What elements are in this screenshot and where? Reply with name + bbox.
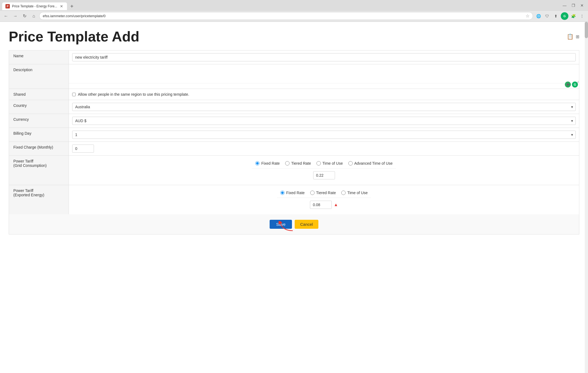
export-tiered-rate-radio[interactable] — [310, 191, 315, 195]
bookmark-icon[interactable]: ☆ — [526, 13, 529, 19]
translate-icon[interactable]: 🌐 — [535, 12, 542, 20]
tab-favicon: P — [5, 4, 10, 8]
country-row: Country Australia United States United K… — [9, 100, 579, 114]
grid-atou-text: Advanced Time of Use — [354, 161, 393, 166]
description-row: Description ➕ G — [9, 64, 579, 89]
currency-select[interactable]: AUD $ USD $ GBP £ EUR € — [72, 117, 576, 125]
grid-radio-group: Fixed Rate Tiered Rate Time of Use Advan… — [255, 161, 392, 166]
desc-action-plus[interactable]: ➕ — [565, 82, 571, 88]
billing-day-label: Billing Day — [9, 128, 69, 142]
grid-atou-label[interactable]: Advanced Time of Use — [348, 161, 393, 166]
grid-tariff-label: Power Tariff (Grid Consumption) — [9, 156, 69, 185]
billing-day-row: Billing Day 1 2 3 15 — [9, 128, 579, 142]
refresh-button[interactable]: ↻ — [21, 12, 28, 20]
close-button[interactable]: ✕ — [578, 2, 586, 9]
name-field — [69, 50, 579, 64]
restore-button[interactable]: ❐ — [569, 2, 577, 9]
tab-close-button[interactable]: ✕ — [59, 4, 64, 8]
grammarly-icon[interactable]: G — [561, 12, 568, 20]
shared-checkbox-label[interactable]: Allow other people in the same region to… — [72, 92, 189, 97]
grid-tariff-value — [310, 169, 338, 182]
shared-checkbox[interactable] — [72, 93, 76, 96]
export-tariff-label: Power Tariff (Exported Energy) — [9, 185, 69, 214]
browser-chrome: P Price Template - Energy Fore... ✕ + — … — [0, 0, 588, 22]
grid-tiered-rate-text: Tiered Rate — [291, 161, 311, 166]
country-select[interactable]: Australia United States United Kingdom C… — [72, 103, 576, 111]
desc-action-g[interactable]: G — [572, 82, 578, 88]
fixed-charge-input[interactable] — [72, 145, 94, 153]
grid-tou-label[interactable]: Time of Use — [316, 161, 343, 166]
copy-icon[interactable]: 📋 — [567, 33, 574, 40]
minimize-button[interactable]: — — [561, 2, 568, 9]
export-tariff-label-line2: (Exported Energy) — [13, 193, 44, 197]
country-select-wrapper: Australia United States United Kingdom C… — [72, 103, 576, 111]
name-label: Name — [9, 50, 69, 64]
export-tou-label[interactable]: Time of Use — [341, 191, 368, 195]
grid-rate-input[interactable] — [313, 171, 335, 179]
title-icons: 📋 ⊞ — [567, 33, 579, 40]
expand-icon[interactable]: ⊞ — [576, 34, 579, 39]
share-icon[interactable]: ⬆ — [552, 12, 560, 20]
arrow-svg — [278, 221, 294, 232]
active-tab[interactable]: P Price Template - Energy Fore... ✕ — [2, 2, 67, 10]
export-tariff-field: Fixed Rate Tiered Rate Time of Use ▲ — [69, 185, 579, 214]
grid-tou-text: Time of Use — [322, 161, 343, 166]
grid-tariff-label-line1: Power Tariff — [13, 159, 33, 163]
grid-atou-radio[interactable] — [348, 161, 353, 166]
fixed-charge-field — [69, 142, 579, 155]
grid-tiered-rate-radio[interactable] — [285, 161, 290, 166]
name-input[interactable] — [72, 53, 576, 61]
shared-label: Shared — [9, 89, 69, 100]
scrollbar-thumb[interactable] — [585, 22, 588, 38]
home-button[interactable]: ⌂ — [30, 12, 38, 20]
export-tariff-label-line1: Power Tariff — [13, 188, 33, 193]
export-tiered-rate-text: Tiered Rate — [316, 191, 336, 195]
browser-actions: 🌐 🛡 ⬆ G 🧩 ⋮ — [535, 12, 586, 20]
export-tou-radio[interactable] — [341, 191, 346, 195]
page-title: Price Template Add — [9, 28, 139, 45]
country-field: Australia United States United Kingdom C… — [69, 100, 579, 114]
window-controls: — ❐ ✕ — [561, 2, 586, 11]
back-button[interactable]: ← — [2, 12, 10, 20]
more-icon[interactable]: ⋮ — [578, 12, 586, 20]
tab-title: Price Template - Energy Fore... — [12, 4, 57, 8]
shared-field: Allow other people in the same region to… — [69, 89, 579, 100]
shared-checkbox-text: Allow other people in the same region to… — [78, 92, 189, 97]
grid-tou-radio[interactable] — [316, 161, 321, 166]
form-actions: Save Cancel — [9, 214, 579, 234]
export-tou-text: Time of Use — [347, 191, 368, 195]
description-textarea[interactable] — [69, 64, 579, 83]
grid-tariff-label-line2: (Grid Consumption) — [13, 163, 47, 168]
export-fixed-rate-radio[interactable] — [280, 191, 285, 195]
extension-icon[interactable]: 🧩 — [569, 12, 577, 20]
export-fixed-rate-text: Fixed Rate — [286, 191, 305, 195]
billing-day-select[interactable]: 1 2 3 15 — [72, 131, 576, 139]
currency-select-wrapper: AUD $ USD $ GBP £ EUR € — [72, 117, 576, 125]
new-tab-button[interactable]: + — [68, 2, 76, 10]
currency-label: Currency — [9, 114, 69, 128]
cancel-button[interactable]: Cancel — [295, 220, 318, 229]
grid-fixed-rate-radio[interactable] — [255, 161, 260, 166]
error-indicator: ▲ — [334, 202, 338, 207]
billing-day-select-wrapper: 1 2 3 15 — [72, 131, 576, 139]
grid-tariff-row: Power Tariff (Grid Consumption) Fixed Ra… — [9, 155, 579, 185]
grid-fixed-rate-label[interactable]: Fixed Rate — [255, 161, 280, 166]
currency-row: Currency AUD $ USD $ GBP £ EUR € — [9, 114, 579, 128]
name-row: Name — [9, 50, 579, 64]
export-tiered-rate-label[interactable]: Tiered Rate — [310, 191, 336, 195]
export-tariff-value: ▲ — [307, 198, 342, 212]
forward-button[interactable]: → — [11, 12, 19, 20]
export-tariff-row: Power Tariff (Exported Energy) Fixed Rat… — [9, 185, 579, 214]
fixed-charge-label: Fixed Charge (Monthly) — [9, 142, 69, 155]
shared-row: Shared Allow other people in the same re… — [9, 89, 579, 100]
export-rate-input[interactable] — [310, 201, 332, 209]
export-fixed-rate-label[interactable]: Fixed Rate — [280, 191, 305, 195]
scrollbar-track[interactable] — [585, 22, 588, 373]
grid-tiered-rate-label[interactable]: Tiered Rate — [285, 161, 311, 166]
url-text: efss.iammeter.com/user/pricetemplate/0 — [43, 14, 523, 18]
grid-fixed-rate-text: Fixed Rate — [261, 161, 280, 166]
shield-icon[interactable]: 🛡 — [543, 12, 551, 20]
page-content: Price Template Add 📋 ⊞ Name Description … — [0, 22, 588, 373]
description-field: ➕ G — [69, 64, 579, 89]
address-bar[interactable]: efss.iammeter.com/user/pricetemplate/0 ☆ — [39, 12, 533, 20]
